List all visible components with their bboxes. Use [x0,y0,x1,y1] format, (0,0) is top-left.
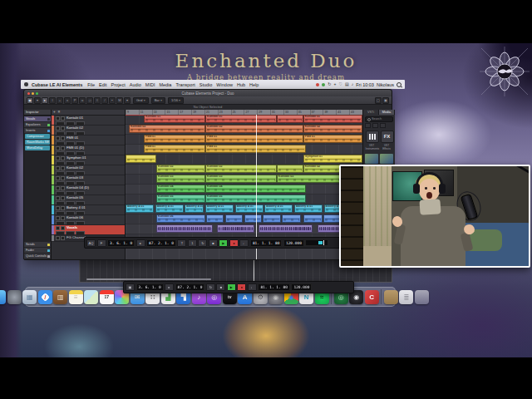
menu-app-name[interactable]: Cubase LE AI Elements [32,82,82,87]
zoom-button[interactable] [36,92,38,95]
midi-event[interactable]: Battery 4 01 [205,204,234,213]
float-stop-button[interactable]: ■ [216,283,225,291]
track-mini-controls[interactable] [56,151,124,155]
inspector-section-fader[interactable]: Fader [24,248,51,253]
insert-slot[interactable]: MonoDelay [25,145,50,150]
dock-icon-preview[interactable]: ▦ [22,290,37,304]
setup-toolbar-button[interactable]: ▾ [34,97,41,104]
open-pool-button[interactable]: ▣ [382,97,389,104]
tool-button-6[interactable]: ◇ [86,97,93,104]
menu-midi[interactable]: MIDI [145,82,155,87]
float-record-button[interactable]: ● [237,283,246,291]
mute-solo-buttons[interactable] [56,216,65,220]
midi-event[interactable] [277,165,303,173]
midi-event[interactable]: Symphon 01 [303,155,362,163]
audio-event[interactable] [156,224,213,233]
media-tile-fx[interactable]: FXVST Effects [381,131,393,150]
inspector-section-inserts[interactable]: Inserts [24,128,51,133]
insert-slot[interactable]: RoomWorks SE [25,140,50,145]
dock-icon-contacts[interactable]: ▥ [53,290,67,304]
midi-event[interactable]: Kontakt 04 [156,185,205,193]
tool-button-9[interactable]: ▪ [109,97,116,104]
track-mini-controls[interactable] [56,201,124,204]
midi-event[interactable]: Kontakt 03 [156,175,205,183]
track-row[interactable]: Battery 4 01 [52,205,125,215]
track-mini-controls[interactable] [56,211,124,214]
track-row[interactable]: Kontakt 04 (D) [52,185,125,195]
track-row[interactable]: Vocals [52,225,125,235]
mute-solo-buttons[interactable] [56,176,65,180]
add-track-button[interactable]: + [53,110,56,115]
midi-event[interactable] [225,214,243,223]
dock-icon-downloads-folder[interactable] [384,290,398,304]
right-locator-display[interactable]: 87. 2. 1. 0 [146,239,176,247]
midi-event[interactable] [206,214,224,223]
track-mini-controls[interactable] [56,161,124,165]
display-icon[interactable]: ▤ [345,82,349,86]
media-tile-keys[interactable]: VST Instruments [366,131,378,150]
track-row[interactable]: Kontakt 06 [52,215,125,225]
dock-icon-launchpad[interactable] [7,290,22,304]
mute-solo-buttons[interactable] [56,226,65,230]
close-button[interactable] [27,92,30,95]
dock-icon-trash[interactable] [415,290,429,304]
midi-event[interactable]: Battery 4 01 [294,204,323,213]
play-button[interactable]: ▶ [219,239,228,247]
left-locator-display[interactable]: 3. 6. 1. 0 [107,239,135,247]
dock-icon-finder[interactable] [0,290,6,304]
inspector-section-quick-controls[interactable]: Quick Controls [24,254,51,259]
dock-icon-notes[interactable]: ≡ [69,290,83,304]
audio-event[interactable] [217,224,255,233]
menu-audio[interactable]: Audio [130,82,141,87]
auto-quantize-button[interactable]: AQ [86,239,96,247]
dock-icon-safari[interactable]: / [38,290,52,304]
float-right-locator[interactable]: 87. 2. 1. 0 [175,283,205,291]
tool-button-11[interactable]: ▾ [124,97,131,104]
horizontal-scrollbar[interactable] [86,278,211,280]
tool-button-10[interactable]: M [116,97,123,104]
mute-solo-buttons[interactable] [56,186,65,190]
track-mini-controls[interactable] [56,141,124,145]
midi-event[interactable]: Battery 4 01 [185,204,204,213]
mute-solo-buttons[interactable] [56,156,65,160]
color-sync-dot[interactable] [322,83,325,86]
midi-event[interactable]: Kontakt 06 [156,214,205,223]
mute-solo-buttons[interactable] [56,206,65,210]
midi-event[interactable]: Kontakt 02 [205,165,277,173]
record-button[interactable]: ● [229,239,239,247]
float-play-button[interactable]: ▶ [227,283,236,291]
setup-window-layout-button[interactable]: ▢ [375,97,382,104]
spotlight-search-icon[interactable] [397,82,401,87]
grid-type-dropdown[interactable]: Bar ▾ [151,97,165,104]
track-mini-controls[interactable] [56,131,124,135]
volume-icon[interactable]: ♪ [352,82,354,86]
traffic-lights[interactable] [27,92,38,95]
midi-event[interactable] [282,214,301,223]
midi-event[interactable] [277,115,303,123]
float-left-locator[interactable]: 3. 6. 1. 0 [136,283,164,291]
track-mini-controls[interactable] [56,171,124,175]
mute-solo-buttons[interactable] [56,116,65,121]
mute-solo-buttons[interactable] [56,196,65,200]
midi-event[interactable]: Kontakt 03 [205,175,277,183]
float-tempo-display[interactable]: 120.000 [291,283,312,291]
window-title-bar[interactable]: Cubase Elements Project - Duo [24,90,392,96]
menu-file[interactable]: File [87,82,95,87]
tool-button-0[interactable]: ▸ [42,97,48,104]
mute-solo-buttons[interactable] [56,146,65,150]
activate-project-button[interactable]: ◉ [27,97,33,104]
float-position-display[interactable]: 81. 1. 1. 80 [258,283,290,291]
tool-button-3[interactable]: x [64,97,71,104]
menu-window[interactable]: Window [216,82,233,87]
float-mode-button[interactable]: ▣ [126,283,135,291]
track-button[interactable]: T [177,239,186,247]
menu-clock[interactable]: Fri 10:03 [356,82,374,87]
minimize-button[interactable] [32,92,34,95]
midi-event[interactable]: Kontakt 02 [205,125,303,133]
quantize-dropdown[interactable]: 1/16 ▾ [168,97,184,104]
apple-menu-icon[interactable] [24,82,28,86]
menu-studio[interactable]: Studio [200,82,213,87]
audio-event[interactable] [259,224,313,233]
midi-event[interactable]: Kontakt 05 [156,195,205,203]
track-row[interactable]: Kontakt 03 [52,175,125,185]
